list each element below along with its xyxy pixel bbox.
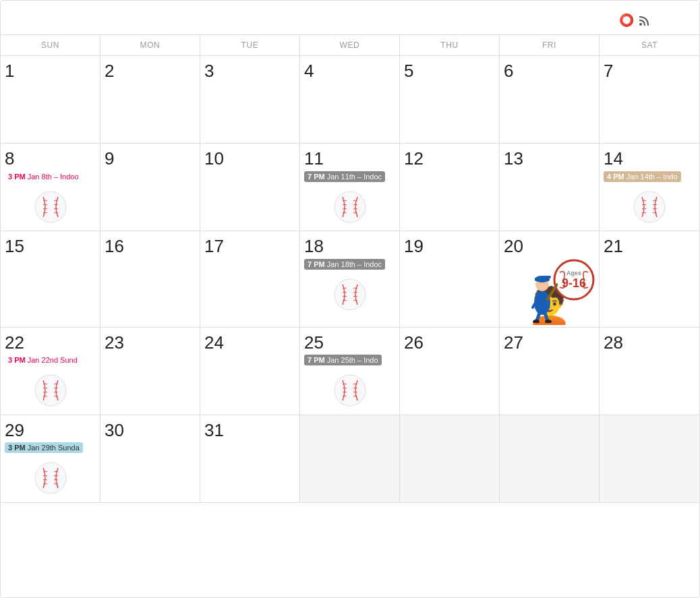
cell-date-number: 23 xyxy=(105,333,196,353)
calendar-cell: 31 xyxy=(200,415,300,503)
cell-date-number: 19 xyxy=(404,237,495,256)
cell-date-number: 12 xyxy=(404,149,495,169)
day-header-mon: MON xyxy=(100,35,200,55)
event-time: 3 PM xyxy=(8,356,26,364)
event-time: 4 PM xyxy=(607,173,624,181)
svg-point-20 xyxy=(334,375,366,406)
calendar-cell xyxy=(500,415,600,503)
calendar-cell: 4 xyxy=(300,56,400,144)
calendar-cell: 15 xyxy=(1,231,100,328)
cell-date-number: 8 xyxy=(5,149,96,169)
calendar-cell: 7 xyxy=(600,56,699,144)
day-header-fri: FRI xyxy=(500,35,600,55)
event-time: 3 PM xyxy=(8,444,26,452)
cell-date-number: 7 xyxy=(604,61,695,81)
calendar-cell: 19 xyxy=(400,231,500,328)
calendar-cell xyxy=(300,415,400,503)
calendar-cell: 27 xyxy=(500,328,600,415)
rss-icon[interactable]: ⭕ xyxy=(619,13,651,28)
day-header-thu: THU xyxy=(400,35,500,55)
svg-text:9-16: 9-16 xyxy=(562,276,586,290)
day-headers-row: SUN MON TUE WED THU FRI SAT xyxy=(1,34,699,55)
calendar-cell: 20 🧑‍🦱 Ages 9-16 xyxy=(500,231,600,328)
cell-date-number: 20 xyxy=(504,237,595,256)
cell-date-number: 14 xyxy=(604,149,695,169)
calendar-grid: 123456783 PM Jan 8th – Indoo 910117 PM J… xyxy=(1,55,699,503)
calendar-cell: 3 xyxy=(200,56,300,144)
calendar-cell: 17 xyxy=(200,231,300,328)
baseball-icon[interactable] xyxy=(304,278,395,311)
cell-date-number: 26 xyxy=(404,333,495,353)
cell-date-number: 2 xyxy=(105,61,196,81)
event-label: Jan 22nd Sund xyxy=(28,356,78,364)
event-badge[interactable]: 7 PM Jan 11th – Indoc xyxy=(304,171,385,182)
svg-point-19 xyxy=(35,375,66,406)
calendar-container: ⭕ SUN MON TUE WED THU FRI SAT 123456783 … xyxy=(0,0,700,598)
calendar-cell: 21 xyxy=(600,231,699,328)
cell-date-number: 1 xyxy=(5,61,96,81)
ages-badge: 🧑‍🦱 Ages 9-16 xyxy=(504,259,595,323)
baseball-icon[interactable] xyxy=(5,373,96,407)
calendar-cell: 2 xyxy=(100,56,200,144)
baseball-icon[interactable] xyxy=(5,461,96,495)
calendar-cell: 13 xyxy=(500,144,600,231)
cell-date-number: 10 xyxy=(204,149,295,169)
cell-date-number: 18 xyxy=(304,237,395,256)
cell-date-number: 17 xyxy=(204,237,295,256)
event-badge[interactable]: 7 PM Jan 25th – Indo xyxy=(304,355,382,365)
event-label: Jan 8th – Indoo xyxy=(28,173,79,181)
event-time: 7 PM xyxy=(308,356,325,364)
day-header-tue: TUE xyxy=(200,35,300,55)
calendar-cell: 223 PM Jan 22nd Sund xyxy=(1,328,100,415)
event-badge[interactable]: 3 PM Jan 22nd Sund xyxy=(5,355,81,365)
svg-point-3 xyxy=(634,191,665,222)
event-badge[interactable]: 3 PM Jan 8th – Indoo xyxy=(5,171,82,182)
cell-date-number: 11 xyxy=(304,149,395,169)
event-time: 7 PM xyxy=(308,173,325,181)
cell-date-number: 24 xyxy=(204,333,295,353)
cell-date-number: 25 xyxy=(304,333,395,353)
svg-text:Ages: Ages xyxy=(566,270,581,276)
baseball-icon[interactable] xyxy=(5,190,96,224)
calendar-cell: 187 PM Jan 18th – Indoc xyxy=(300,231,400,328)
cell-date-number: 27 xyxy=(504,333,595,353)
cell-date-number: 16 xyxy=(105,237,196,256)
next-month-button[interactable] xyxy=(675,18,686,23)
event-label: Jan 25th – Indo xyxy=(327,356,378,364)
cell-date-number: 22 xyxy=(5,333,96,353)
calendar-cell: 28 xyxy=(600,328,699,415)
event-badge[interactable]: 3 PM Jan 29th Sunda xyxy=(5,442,83,453)
calendar-cell: 24 xyxy=(200,328,300,415)
baseball-icon[interactable] xyxy=(604,190,695,224)
cell-date-number: 28 xyxy=(604,333,695,353)
event-badge[interactable]: 4 PM Jan 14th – Indo xyxy=(604,171,681,182)
cell-date-number: 3 xyxy=(204,61,295,81)
event-badge[interactable]: 7 PM Jan 18th – Indoc xyxy=(304,259,385,270)
calendar-cell: 83 PM Jan 8th – Indoo xyxy=(1,144,100,231)
calendar-cell: 6 xyxy=(500,56,600,144)
cell-date-number: 29 xyxy=(5,421,96,440)
prev-month-button[interactable] xyxy=(658,18,668,23)
calendar-cell: 30 xyxy=(100,415,200,503)
event-label: Jan 14th – Indo xyxy=(626,173,678,181)
calendar-cell: 16 xyxy=(100,231,200,328)
calendar-cell: 26 xyxy=(400,328,500,415)
calendar-cell: 5 xyxy=(400,56,500,144)
event-label: Jan 29th Sunda xyxy=(28,444,80,452)
cell-date-number: 21 xyxy=(604,237,695,256)
svg-point-21 xyxy=(35,462,66,494)
calendar-cell: 117 PM Jan 11th – Indoc xyxy=(300,144,400,231)
svg-point-1 xyxy=(35,191,66,222)
event-label: Jan 18th – Indoc xyxy=(327,260,382,268)
baseball-icon[interactable] xyxy=(304,190,395,224)
cell-date-number: 4 xyxy=(304,61,395,81)
cell-date-number: 30 xyxy=(105,421,196,440)
svg-point-0 xyxy=(639,23,642,26)
cell-date-number: 5 xyxy=(404,61,495,81)
calendar-cell xyxy=(400,415,500,503)
event-time: 7 PM xyxy=(308,260,325,268)
calendar-cell: 10 xyxy=(200,144,300,231)
day-header-sun: SUN xyxy=(1,35,100,55)
svg-point-4 xyxy=(334,279,366,310)
baseball-icon[interactable] xyxy=(304,373,395,407)
